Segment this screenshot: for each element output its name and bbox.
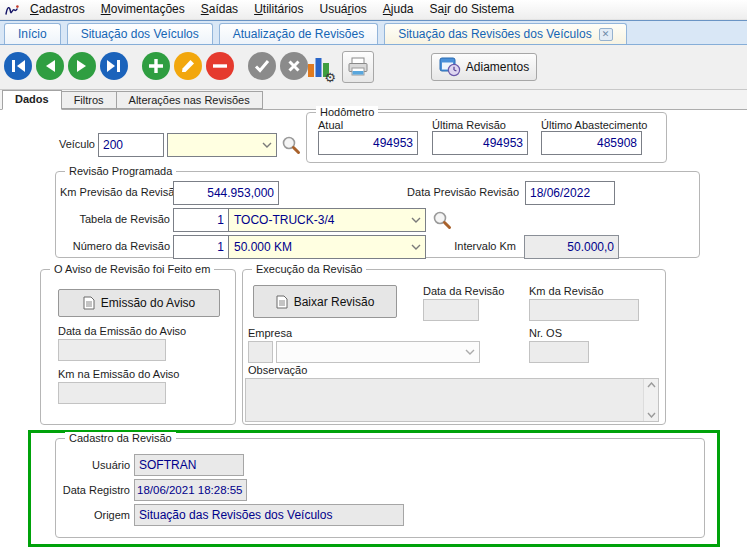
origem-field bbox=[134, 504, 404, 526]
data-registro-label: Data Registro bbox=[60, 484, 130, 496]
baixar-revisao-button[interactable]: Baixar Revisão bbox=[253, 285, 397, 318]
next-record-icon bbox=[68, 52, 96, 80]
km-revisao-label: Km da Revisão bbox=[529, 285, 604, 297]
edit-record-button[interactable] bbox=[174, 52, 202, 80]
numero-revisao-combo[interactable]: 50.000 KM bbox=[228, 235, 426, 259]
execucao-title: Execução da Revisão bbox=[252, 263, 366, 275]
revisao-programada-group: Revisão Programada Km Previsão da Revisã… bbox=[55, 171, 700, 258]
tab-situacao-das-revisoes-dos-veiculos[interactable]: Situação das Revisões dos Veículos ✕ bbox=[384, 23, 626, 44]
plus-icon bbox=[142, 52, 170, 80]
chart-settings-button[interactable]: ⚙ bbox=[306, 53, 334, 81]
nr-os-field bbox=[529, 341, 589, 363]
km-emissao-field bbox=[58, 382, 166, 404]
data-revisao-field bbox=[423, 299, 479, 321]
document-icon bbox=[83, 296, 95, 310]
adiamentos-label: Adiamentos bbox=[466, 60, 529, 74]
km-previsao-field[interactable] bbox=[173, 181, 279, 205]
hodometro-atual-field[interactable] bbox=[318, 131, 418, 155]
tab-close-icon[interactable]: ✕ bbox=[599, 28, 613, 41]
previous-record-button[interactable] bbox=[36, 52, 64, 80]
intervalo-km-label: Intervalo Km bbox=[451, 240, 516, 252]
chevron-down-icon bbox=[411, 217, 421, 223]
origem-label: Origem bbox=[60, 509, 130, 521]
main-tab-strip: Início Situação dos Veículos Atualização… bbox=[0, 20, 747, 45]
tabela-revisao-label: Tabela de Revisão bbox=[60, 213, 170, 225]
menu-movimentacoes[interactable]: Movimentações bbox=[93, 0, 193, 19]
km-revisao-field bbox=[529, 299, 639, 321]
data-emissao-label: Data da Emissão do Aviso bbox=[58, 325, 186, 337]
last-record-button[interactable] bbox=[100, 52, 128, 80]
x-icon bbox=[280, 52, 308, 80]
vehicle-search-icon[interactable] bbox=[281, 135, 301, 155]
adiamentos-button[interactable]: Adiamentos bbox=[431, 53, 537, 81]
hodometro-ultimo-abastecimento-field[interactable] bbox=[541, 131, 642, 155]
scroll-down-icon bbox=[647, 412, 656, 418]
delete-record-button[interactable] bbox=[206, 52, 234, 80]
last-record-icon bbox=[100, 52, 128, 80]
chevron-down-icon bbox=[465, 349, 475, 355]
chevron-down-icon bbox=[411, 244, 421, 250]
postpone-clock-icon bbox=[439, 57, 461, 77]
data-registro-field bbox=[134, 479, 247, 501]
usuario-field bbox=[134, 454, 244, 476]
tabela-revisao-numero-field[interactable] bbox=[173, 208, 229, 232]
ultimo-abastecimento-label: Último Abastecimento bbox=[541, 119, 647, 131]
confirm-button[interactable] bbox=[248, 52, 276, 80]
minus-icon bbox=[206, 52, 234, 80]
aviso-title: O Aviso de Revisão foi Feito em bbox=[50, 263, 214, 275]
menu-utilitarios[interactable]: Utilitários bbox=[246, 0, 311, 19]
subtab-alteracoes[interactable]: Alterações nas Revisões bbox=[116, 91, 263, 109]
km-emissao-label: Km na Emissão do Aviso bbox=[58, 368, 179, 380]
hodometro-ultima-revisao-field[interactable] bbox=[432, 131, 528, 155]
print-button[interactable] bbox=[342, 51, 374, 83]
empresa-label: Empresa bbox=[248, 327, 292, 339]
document-icon bbox=[276, 295, 288, 309]
intervalo-km-field bbox=[524, 235, 619, 259]
previous-record-icon bbox=[36, 52, 64, 80]
menu-ajuda[interactable]: Ajuda bbox=[375, 0, 422, 19]
app-window: Cadastros Movimentações Saídas Utilitári… bbox=[0, 0, 747, 557]
toolbar: ⚙ Adiamentos bbox=[0, 45, 747, 90]
tab-inicio[interactable]: Início bbox=[4, 23, 61, 44]
cadastro-revisao-title: Cadastro da Revisão bbox=[65, 432, 176, 444]
usuario-label: Usuário bbox=[60, 459, 130, 471]
gear-icon: ⚙ bbox=[324, 71, 336, 84]
chevron-down-icon bbox=[262, 142, 272, 148]
tabela-search-icon[interactable] bbox=[432, 210, 452, 230]
execucao-group: Execução da Revisão Baixar Revisão Data … bbox=[242, 269, 666, 425]
empresa-combo bbox=[276, 341, 480, 363]
cadastro-revisao-group: Cadastro da Revisão Usuário Data Registr… bbox=[55, 438, 705, 538]
vehicle-name-combo[interactable] bbox=[167, 133, 277, 157]
tab-situacao-dos-veiculos[interactable]: Situação dos Veículos bbox=[67, 23, 213, 44]
menu-saidas[interactable]: Saídas bbox=[193, 0, 246, 19]
vehicle-code-input[interactable] bbox=[98, 133, 164, 157]
tabela-revisao-combo[interactable]: TOCO-TRUCK-3/4 bbox=[228, 208, 426, 232]
numero-revisao-numero-field[interactable] bbox=[173, 235, 229, 259]
next-record-button[interactable] bbox=[68, 52, 96, 80]
menu-usuarios[interactable]: Usuários bbox=[311, 0, 374, 19]
hodometro-title: Hodômetro bbox=[316, 106, 378, 118]
km-previsao-label: Km Previsão da Revisão bbox=[60, 186, 172, 198]
cancel-button[interactable] bbox=[280, 52, 308, 80]
data-previsao-label: Data Previsão Revisão bbox=[391, 186, 519, 198]
emissao-aviso-button[interactable]: Emissão do Aviso bbox=[58, 289, 220, 317]
subtab-dados[interactable]: Dados bbox=[2, 90, 62, 110]
tab-atualizacao-de-revisoes[interactable]: Atualização de Revisões bbox=[219, 23, 378, 44]
add-record-button[interactable] bbox=[142, 52, 170, 80]
hodometro-group: Hodômetro Atual Última Revisão Último Ab… bbox=[306, 112, 667, 163]
first-record-button[interactable] bbox=[4, 52, 32, 80]
menu-bar: Cadastros Movimentações Saídas Utilitári… bbox=[0, 0, 747, 20]
menu-sair-do-sistema[interactable]: Sair do Sistema bbox=[422, 0, 523, 19]
ultima-revisao-label: Última Revisão bbox=[432, 119, 506, 131]
menu-cadastros[interactable]: Cadastros bbox=[22, 0, 93, 19]
aviso-group: O Aviso de Revisão foi Feito em Emissão … bbox=[40, 269, 236, 425]
subtab-filtros[interactable]: Filtros bbox=[61, 91, 117, 109]
scroll-up-icon bbox=[647, 382, 656, 388]
data-previsao-field[interactable] bbox=[525, 181, 615, 205]
atual-label: Atual bbox=[318, 119, 343, 131]
observacao-label: Observação bbox=[248, 364, 307, 376]
first-record-icon bbox=[4, 52, 32, 80]
pencil-icon bbox=[174, 52, 202, 80]
scrollbar[interactable] bbox=[643, 379, 658, 421]
app-logo-icon bbox=[2, 2, 22, 18]
